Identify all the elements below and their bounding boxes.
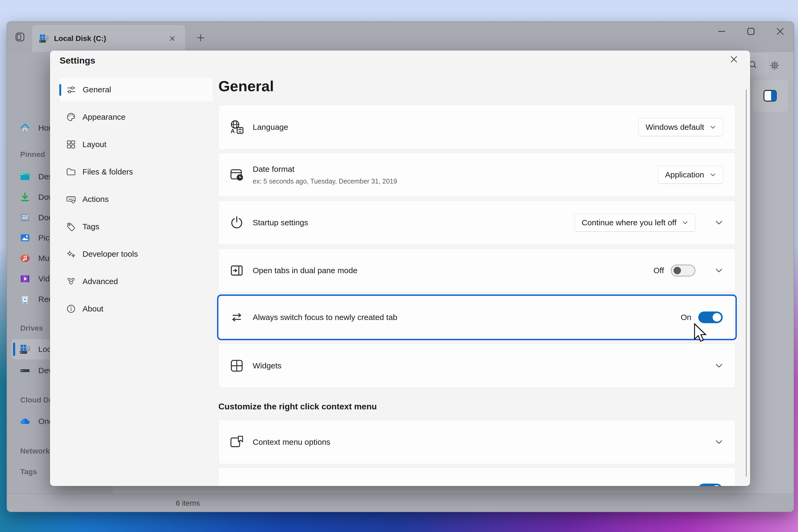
downloads-icon	[20, 192, 30, 203]
sidebar-section-label: Network	[20, 444, 50, 459]
tag-icon	[66, 222, 76, 232]
tab-local-disk[interactable]: Local Disk (C:)	[32, 25, 185, 52]
expand-chevron-icon[interactable]	[715, 220, 723, 225]
row-title: Open tabs in dual pane mode	[253, 266, 358, 275]
folder-icon	[66, 167, 76, 177]
row-date-format: Date format ex: 5 seconds ago, Tuesday, …	[218, 153, 736, 197]
palette-icon	[66, 112, 76, 122]
nav-item-label: Advanced	[82, 277, 118, 286]
language-icon: A	[229, 120, 244, 135]
row-title: Startup settings	[253, 218, 308, 227]
close-button[interactable]	[771, 23, 790, 40]
row-title: Context menu options	[253, 438, 330, 446]
chevron-down-icon	[682, 221, 688, 225]
nav-item-label: General	[83, 85, 111, 94]
sidebar-toggle-icon[interactable]	[15, 33, 24, 41]
settings-nav-general[interactable]: General	[59, 77, 213, 102]
pictures-icon	[20, 232, 30, 243]
language-dropdown[interactable]: Windows default	[639, 118, 723, 136]
toggle-knob	[673, 267, 681, 274]
settings-nav-about[interactable]: About	[59, 296, 213, 321]
dialog-close-button[interactable]	[725, 51, 743, 68]
settings-nav-appearance[interactable]: Appearance	[59, 104, 213, 130]
expand-chevron-icon[interactable]	[715, 363, 723, 368]
nav-item-label: Appearance	[82, 113, 126, 121]
row-subtitle: ex: 5 seconds ago, Tuesday, December 31,…	[253, 177, 397, 185]
dual-pane-icon	[229, 263, 244, 278]
sparkles-icon	[66, 249, 76, 259]
partial-row-toggle[interactable]	[698, 483, 722, 486]
tab-bar: Local Disk (C:)	[7, 22, 794, 52]
toggle-knob	[712, 313, 721, 322]
minimize-button[interactable]	[712, 23, 731, 40]
nav-item-label: About	[82, 304, 103, 314]
swap-arrows-icon	[229, 310, 244, 325]
svg-text:A: A	[231, 128, 235, 134]
keyboard-icon	[66, 194, 76, 204]
settings-nav-developer-tools[interactable]: Developer tools	[59, 242, 213, 267]
dialog-title: Settings	[60, 55, 95, 66]
gear-icon[interactable]	[770, 61, 779, 71]
preview-pane-button[interactable]	[752, 80, 788, 112]
close-icon	[730, 55, 738, 63]
sidebar-section-label: Pinned	[20, 147, 45, 162]
maximize-button[interactable]	[741, 23, 760, 40]
row-startup-settings: Startup settings Continue where you left…	[218, 201, 736, 245]
date-format-dropdown[interactable]: Application	[658, 166, 723, 184]
desktop-icon	[20, 171, 30, 182]
tab-close-icon[interactable]	[167, 33, 178, 44]
music-icon	[20, 253, 30, 264]
settings-nav-actions[interactable]: Actions	[59, 187, 213, 212]
nav-item-label: Files & folders	[82, 167, 133, 176]
nav-item-label: Layout	[82, 140, 107, 149]
item-count: 6 items	[176, 499, 200, 508]
context-menu-icon	[229, 435, 244, 450]
power-icon	[229, 215, 244, 230]
preview-pane-icon	[763, 90, 777, 101]
nav-item-label: Actions	[82, 195, 109, 204]
new-tab-button[interactable]	[193, 30, 208, 45]
drive-icon	[20, 365, 30, 376]
row-context-menu: Context menu options	[218, 420, 736, 464]
home-icon	[20, 122, 30, 133]
startup-dropdown[interactable]: Continue where you left off	[574, 214, 695, 232]
row-title: Always switch focus to newly created tab	[253, 313, 397, 322]
expand-chevron-icon[interactable]	[715, 268, 723, 273]
settings-nav-layout[interactable]: Layout	[59, 132, 213, 157]
nav-item-label: Tags	[82, 222, 99, 231]
row-dual-pane: Open tabs in dual pane mode Off	[218, 248, 736, 292]
sliders-icon	[66, 84, 76, 95]
sidebar-section-label: Tags	[20, 464, 37, 479]
settings-nav-files-folders[interactable]: Files & folders	[59, 159, 213, 184]
dialog-scrollbar[interactable]	[746, 89, 747, 477]
row-title: Language	[253, 122, 288, 132]
toggle-knob	[712, 485, 721, 486]
tab-title: Local Disk (C:)	[54, 34, 106, 43]
row-switch-focus: Always switch focus to newly created tab…	[218, 296, 736, 339]
grid-icon	[66, 139, 76, 150]
recycle-icon	[20, 294, 30, 305]
toggle-state-label: On	[681, 313, 691, 322]
drive-os-icon	[20, 344, 30, 355]
row-language: A Language Windows default	[218, 105, 736, 150]
dual-pane-toggle[interactable]	[671, 265, 695, 277]
settings-nav-tags[interactable]: Tags	[59, 214, 213, 239]
status-bar: 6 items	[7, 494, 794, 512]
nav-item-label: Developer tools	[82, 249, 138, 259]
chevron-down-icon	[710, 125, 716, 129]
sidebar-section-label: Drives	[20, 321, 43, 336]
switch-focus-toggle[interactable]	[698, 311, 723, 323]
row-widgets: Widgets	[218, 343, 736, 388]
calendar-clock-icon	[229, 167, 244, 182]
mouse-cursor	[692, 323, 708, 345]
documents-icon	[20, 212, 30, 223]
settings-nav-advanced[interactable]: Advanced	[59, 269, 213, 294]
expand-chevron-icon[interactable]	[715, 440, 723, 444]
row-partial	[218, 467, 736, 486]
row-title: Widgets	[253, 361, 281, 370]
toggle-state-label: Off	[653, 266, 664, 275]
widgets-icon	[229, 358, 244, 373]
row-title: Date format	[253, 165, 294, 174]
page-title: General	[218, 77, 274, 95]
drive-icon	[39, 34, 49, 43]
